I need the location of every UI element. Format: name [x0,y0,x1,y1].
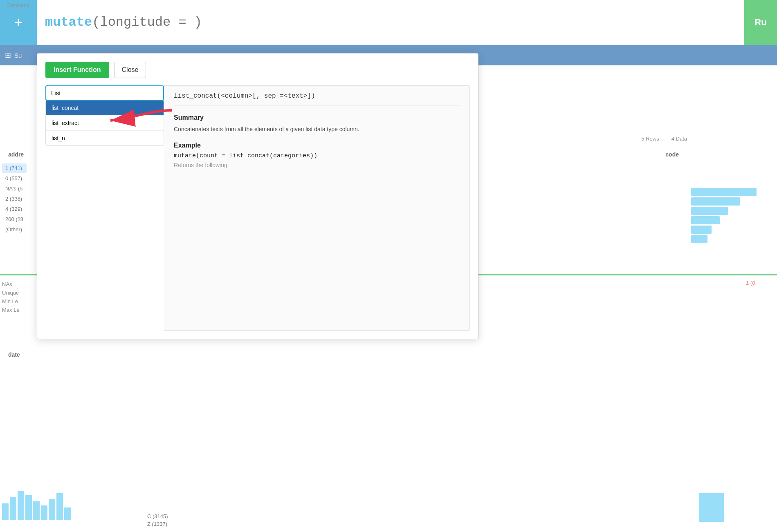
summary-title: Summary [174,114,460,121]
close-button[interactable]: Close [114,62,146,78]
insert-function-modal: Insert Function Close list_concat list_e… [37,53,478,339]
function-search-input[interactable] [45,85,164,101]
left-panel: list_concat list_extract list_n [45,85,164,331]
modal-body: list_concat list_extract list_n list_con… [45,85,470,331]
summary-text: Concatenates texts from all the elements… [174,125,460,134]
func-item-list-concat[interactable]: list_concat [46,101,164,116]
example-title: Example [174,142,460,149]
right-panel: list_concat(<column>[, sep =<text>]) Sum… [164,85,470,331]
function-signature: list_concat(<column>[, sep =<text>]) [174,92,460,106]
insert-function-button[interactable]: Insert Function [45,62,109,78]
func-item-list-extract[interactable]: list_extract [46,116,164,131]
function-list: list_concat list_extract list_n [45,101,164,146]
modal-actions: Insert Function Close [45,62,470,78]
func-item-list-n[interactable]: list_n [46,131,164,145]
example-returns: Returns the following. [174,162,460,168]
example-code: mutate(count = list_concat(categories)) [174,152,460,159]
